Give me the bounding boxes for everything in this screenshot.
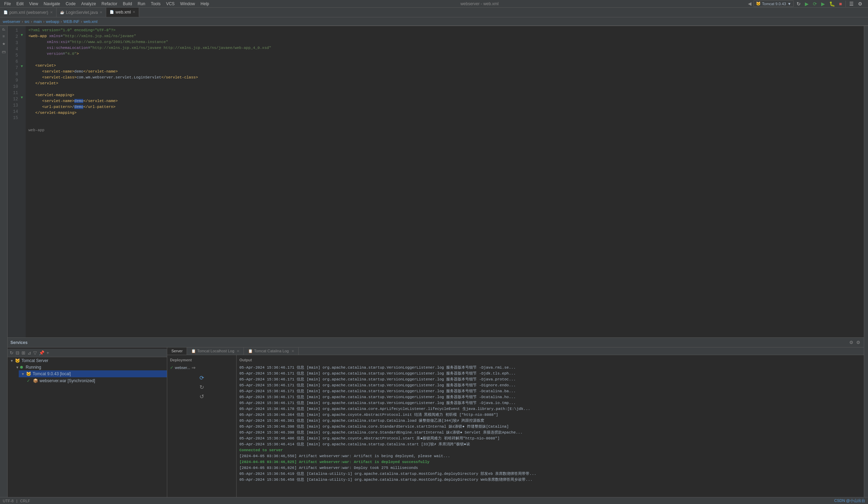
back-button[interactable]: ◀: [747, 0, 752, 7]
catalina-log-tab[interactable]: 📋 Tomcat Catalina Log ✕: [244, 347, 298, 355]
tab-login-close[interactable]: ✕: [100, 10, 102, 14]
breadcrumb-sep2: ›: [31, 19, 32, 24]
tomcat-version-label: Tomcat 9.0.43 [local]: [33, 371, 71, 376]
running-label: Running: [26, 365, 41, 370]
code-line-7: <servlet>: [28, 63, 861, 69]
log-line-13: 05-Apr-2024 15:36:46.414 信息 [main] org.a…: [239, 442, 861, 447]
open-files-button[interactable]: ☰: [848, 0, 855, 7]
tree-pin-btn[interactable]: 📌: [38, 350, 45, 356]
tab-pom-close[interactable]: ✕: [50, 10, 53, 14]
project-icon[interactable]: P: [1, 27, 7, 31]
code-line-9: <servlet-class>com.wm.webserver.servlet.…: [28, 75, 861, 81]
log-line-7: 05-Apr-2024 15:36:46.178 信息 [main] org.a…: [239, 406, 861, 412]
server-tab[interactable]: Server: [167, 347, 187, 355]
scrollbar-right[interactable]: [864, 26, 868, 497]
menubar-navigate[interactable]: Navigate: [41, 1, 63, 7]
tomcat-version-icon: 🐱: [26, 371, 31, 377]
services-toolbar: ⚙ ⚙: [849, 339, 861, 346]
tree-collapse-btn[interactable]: ⊟: [15, 350, 20, 356]
structure-icon[interactable]: ≡: [2, 33, 5, 39]
deploy-action-btn2[interactable]: ↻: [170, 383, 233, 391]
run-config-selector[interactable]: 🐱 Tomcat 9.0.43 ▼: [754, 0, 794, 7]
code-line-15: </servlet-mapping>: [28, 110, 861, 116]
services-gear-btn[interactable]: ⚙: [856, 339, 861, 346]
stop-button[interactable]: ■: [838, 0, 843, 7]
code-line-10: </servlet>: [28, 81, 861, 86]
activity-bar: P ≡ ★ 🗃: [0, 26, 8, 497]
tree-tomcat-version[interactable]: ▼ 🐱 Tomcat 9.0.43 [local]: [19, 370, 167, 377]
localhost-log-close[interactable]: ✕: [237, 349, 239, 353]
tree-group-btn[interactable]: ⊿: [27, 350, 32, 356]
editor-tabs: 📄 pom.xml (webserver) ✕ ☕ LoginServlet.j…: [0, 8, 868, 17]
menubar-build[interactable]: Build: [120, 1, 135, 7]
breadcrumb-sep4: ›: [61, 19, 62, 24]
menubar-window[interactable]: Window: [177, 1, 198, 7]
tab-loginservlet[interactable]: ☕ LoginServlet.java ✕: [57, 8, 106, 17]
log-line-1: 05-Apr-2024 15:36:46.171 信息 [main] org.a…: [239, 371, 861, 377]
editor-gutter: ▼ ▼ ▼: [20, 26, 26, 337]
persistence-icon[interactable]: 🗃: [1, 49, 6, 54]
menubar-refactor[interactable]: Refactor: [99, 1, 120, 7]
debug-button[interactable]: 🐛: [828, 0, 836, 7]
run-config-icon: 🐱: [756, 1, 761, 6]
tree-refresh-btn[interactable]: ↻: [9, 350, 14, 356]
tree-filter-btn[interactable]: ▽: [33, 350, 37, 356]
services-title: Services: [10, 340, 849, 345]
menubar-vcs[interactable]: VCS: [163, 1, 178, 7]
menubar-file[interactable]: File: [1, 1, 14, 7]
breadcrumb-webinf[interactable]: WEB-INF: [63, 19, 79, 24]
breadcrumb-tag: web-app: [28, 126, 861, 134]
menubar-tools[interactable]: Tools: [148, 1, 163, 7]
localhost-log-tab[interactable]: 📋 Tomcat Localhost Log ✕: [187, 347, 244, 355]
menubar-analyze[interactable]: Analyze: [78, 1, 99, 7]
catalina-log-close[interactable]: ✕: [291, 349, 294, 353]
breadcrumb-webxml[interactable]: web.xml: [84, 19, 97, 24]
tab-pom-xml[interactable]: 📄 pom.xml (webserver) ✕: [0, 8, 57, 17]
tree-arrow-tomcat: ▼: [9, 359, 15, 363]
menubar-help[interactable]: Help: [198, 1, 212, 7]
code-line-6: [28, 57, 861, 63]
run-config-label: Tomcat 9.0.43: [762, 2, 786, 6]
deploy-action-btn1[interactable]: ⟳: [170, 374, 233, 382]
menubar-view[interactable]: View: [26, 1, 41, 7]
services-settings-btn[interactable]: ⚙: [849, 339, 854, 346]
tab-webxml-close[interactable]: ✕: [133, 10, 135, 14]
log-line-11: 05-Apr-2024 15:36:46.398 信息 [main] org.a…: [239, 430, 861, 436]
log-lines: 05-Apr-2024 15:36:46.171 信息 [main] org.a…: [239, 365, 861, 483]
menubar-run[interactable]: Run: [135, 1, 148, 7]
favorites-icon[interactable]: ★: [1, 41, 6, 47]
tree-toolbar: ↻ ⊟ ⊞ ⊿ ▽ 📌 +: [8, 349, 167, 357]
refresh-button[interactable]: ↻: [795, 0, 802, 7]
breadcrumb-sep5: ›: [81, 19, 82, 24]
log-line-2: 05-Apr-2024 15:36:46.171 信息 [main] org.a…: [239, 377, 861, 383]
tab-login-icon: ☕: [60, 10, 64, 14]
tree-tomcat-server-root[interactable]: ▼ 🐱 Tomcat Server: [8, 357, 167, 364]
deploy-arrow-icon[interactable]: ⇒: [192, 365, 196, 370]
breadcrumb-src[interactable]: src: [24, 19, 29, 24]
output-panel[interactable]: Output 05-Apr-2024 15:36:46.171 信息 [main…: [237, 355, 864, 497]
code-line-12: <servlet-mapping>: [28, 92, 861, 98]
breadcrumb-main[interactable]: main: [34, 19, 42, 24]
server-tab-label: Server: [171, 349, 182, 353]
log-line-5: 05-Apr-2024 15:36:46.171 信息 [main] org.a…: [239, 394, 861, 400]
deploy-action-btn3[interactable]: ↺: [170, 393, 233, 401]
run-button[interactable]: ▶: [820, 0, 826, 7]
settings-button[interactable]: ⚙: [857, 0, 864, 7]
run-config-chevron: ▼: [788, 2, 791, 6]
editor-text[interactable]: <?xml version="1.0" encoding="UTF-8"?> <…: [26, 26, 864, 337]
tree-running-item[interactable]: ▼ Running: [13, 364, 167, 370]
rebuild-button[interactable]: ⟳: [811, 0, 818, 7]
tab-webxml[interactable]: 📄 web.xml ✕: [106, 8, 139, 17]
tree-artifact[interactable]: ✓ 📦 webserver.war [Synchronized]: [24, 377, 167, 384]
toolbar-separator: [845, 1, 846, 7]
breadcrumb-webapp[interactable]: webapp: [46, 19, 59, 24]
menubar-edit[interactable]: Edit: [14, 1, 26, 7]
tree-add-btn[interactable]: +: [46, 350, 50, 356]
build-button[interactable]: ▶: [803, 0, 810, 7]
breadcrumb-webserver[interactable]: webserver: [3, 19, 20, 24]
code-line-1: <?xml version="1.0" encoding="UTF-8"?>: [28, 27, 861, 33]
editor[interactable]: 12345 678910 1112131415 ▼ ▼ ▼ <?xml ve: [8, 26, 864, 337]
log-line-17: [2024-04-05 03:36:46,826] Artifact webse…: [239, 465, 861, 471]
menubar-code[interactable]: Code: [63, 1, 78, 7]
tree-expand-btn[interactable]: ⊞: [21, 350, 26, 356]
